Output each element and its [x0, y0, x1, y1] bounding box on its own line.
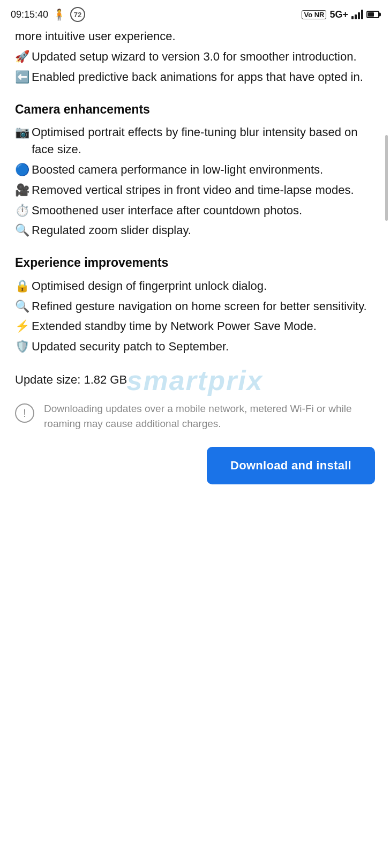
bullet-text: Removed vertical stripes in front video … [32, 182, 354, 199]
list-item: 🚀 Updated setup wizard to version 3.0 fo… [15, 48, 375, 65]
bullet-text: Enabled predictive back animations for a… [32, 69, 363, 86]
battery-icon [366, 11, 379, 18]
list-item: 📷 Optimised portrait effects by fine-tun… [15, 124, 375, 158]
network-type: 5G+ [329, 9, 348, 20]
experience-bullets: 🔒 Optimised design of fingerprint unlock… [15, 278, 375, 356]
bullet-text: Extended standby time by Network Power S… [32, 318, 317, 335]
bullet-text: Boosted camera performance in low-light … [32, 161, 323, 178]
status-bar: 09:15:40 🧍 72 Vo NR 5G+ [0, 0, 390, 28]
scrollbar[interactable] [385, 28, 388, 868]
list-item: 🔍 Regulated zoom slider display. [15, 222, 375, 239]
bullet-text: Regulated zoom slider display. [32, 222, 191, 239]
list-item: 🎥 Removed vertical stripes in front vide… [15, 182, 375, 199]
list-item: 🔵 Boosted camera performance in low-ligh… [15, 161, 375, 178]
list-item: 🔒 Optimised design of fingerprint unlock… [15, 278, 375, 295]
circle-icon: 🔵 [15, 161, 29, 178]
person-icon: 🧍 [52, 8, 66, 21]
list-item: ⬅️ Enabled predictive back animations fo… [15, 69, 375, 86]
camera-bullets: 📷 Optimised portrait effects by fine-tun… [15, 124, 375, 239]
list-item: ⚡ Extended standby time by Network Power… [15, 318, 375, 335]
camera-enhancements-heading: Camera enhancements [15, 101, 375, 118]
status-right: Vo NR 5G+ [302, 9, 379, 20]
bullet-text: Refined gesture navigation on home scree… [32, 298, 367, 315]
list-item: ⏱️ Smoothened user interface after count… [15, 202, 375, 219]
camera-icon: 📷 [15, 124, 29, 141]
magnifier2-icon: 🔍 [15, 298, 29, 315]
bullet-text: Optimised design of fingerprint unlock d… [32, 278, 267, 295]
bullet-text: Updated setup wizard to version 3.0 for … [32, 48, 357, 65]
lock-icon: 🔒 [15, 278, 29, 295]
lightning-icon: ⚡ [15, 318, 29, 335]
list-item: 🛡️ Updated security patch to September. [15, 338, 375, 355]
timer-icon: ⏱️ [15, 202, 29, 219]
main-content: more intuitive user experience. 🚀 Update… [0, 28, 390, 511]
video-icon: 🎥 [15, 182, 29, 199]
intro-text: more intuitive user experience. [15, 28, 375, 45]
bullet-text: Smoothened user interface after countdow… [32, 202, 302, 219]
bullet-text: Optimised portrait effects by fine-tunin… [32, 124, 375, 158]
experience-improvements-heading: Experience improvements [15, 254, 375, 272]
back-arrow-icon: ⬅️ [15, 69, 29, 86]
bullet-text: Updated security patch to September. [32, 338, 229, 355]
status-left: 09:15:40 🧍 72 [11, 7, 85, 22]
list-item: 🔍 Refined gesture navigation on home scr… [15, 298, 375, 315]
signal-icon [351, 10, 363, 19]
notification-badge: 72 [70, 7, 85, 22]
scrollbar-thumb[interactable] [385, 135, 388, 221]
magnifier-icon: 🔍 [15, 222, 29, 239]
download-btn-container: Download and install [15, 447, 375, 500]
download-install-button[interactable]: Download and install [207, 447, 375, 484]
warning-text: Downloading updates over a mobile networ… [44, 401, 375, 431]
warning-icon: ! [15, 403, 34, 423]
warning-box: ! Downloading updates over a mobile netw… [15, 401, 375, 431]
time-display: 09:15:40 [11, 9, 48, 20]
vo-nr-label: Vo NR [302, 10, 326, 19]
battery-fill [368, 12, 374, 17]
shield-icon: 🛡️ [15, 338, 29, 355]
rocket-icon: 🚀 [15, 48, 29, 65]
update-size: Update size: 1.82 GB [15, 371, 375, 388]
intro-bullets: 🚀 Updated setup wizard to version 3.0 fo… [15, 48, 375, 86]
